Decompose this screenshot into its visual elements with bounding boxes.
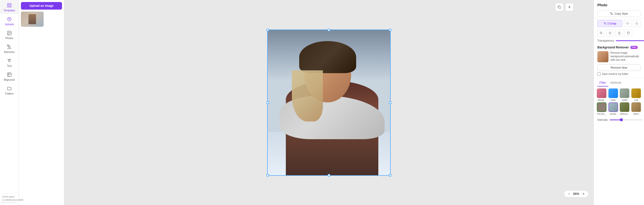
save-result-label: Save result to my folder (602, 73, 628, 75)
filter-solar[interactable]: Solar (608, 89, 619, 101)
filter-label-nordic: Nordic (610, 113, 617, 115)
photo-icon (7, 30, 12, 36)
text-icon (7, 58, 12, 64)
sidebar-item-label: Text (7, 65, 12, 67)
filter-thumb-aftergl (597, 89, 606, 98)
svg-rect-10 (559, 6, 561, 9)
copy-style-label: Copy Style (615, 12, 628, 15)
filter-label-cali: Cali (634, 99, 638, 101)
filter-thumb-solar (608, 89, 618, 98)
copy-style-button[interactable]: Copy Style (597, 11, 640, 17)
attribute-tab[interactable]: Attribute (608, 80, 624, 86)
canvas-content (267, 30, 391, 176)
svg-rect-0 (8, 4, 9, 5)
intensity-row: Intensity 34 (594, 117, 644, 123)
sidebar-item-folders[interactable]: Folders (0, 83, 19, 97)
crop2-icon (599, 31, 603, 35)
svg-rect-8 (7, 45, 9, 46)
sidebar-item-photos[interactable]: Photos (0, 28, 19, 42)
trash-icon (627, 31, 630, 35)
left-sidebar: Templates Uploads Photos (0, 0, 19, 205)
filter-label-theblu: The blu _ (597, 113, 606, 115)
align-icon (608, 31, 612, 35)
uploads-panel: Upload an image (19, 0, 64, 205)
cloud-space-value-row: 12.90MB/1024.00MB (2, 199, 17, 201)
canvas-toolbar (555, 3, 573, 11)
cloud-space-value: 12.90MB/1024.00MB (2, 199, 23, 201)
sidebar-item-uploads[interactable]: Uploads (0, 14, 19, 28)
remove-now-button[interactable]: Remove Now (597, 64, 640, 71)
bg-remover-content: Remove image background automatically wi… (597, 51, 640, 62)
sidebar-item-background[interactable]: Bkground (0, 69, 19, 83)
filter-attr-tabs: Filter Attribute (594, 78, 644, 86)
crop-button[interactable]: 1 Crop (597, 20, 622, 27)
cloud-space-section: Cloud space 12.90MB/1024.00MB (0, 193, 19, 205)
sidebar-item-label: Elements (4, 51, 15, 53)
filter-thumb-whimsi (620, 102, 629, 112)
crop2-button[interactable] (597, 30, 605, 37)
bg-remover-description: Remove image background automatically wi… (610, 51, 640, 62)
copy-style-section: Copy Style (594, 9, 644, 18)
transparency-slider[interactable] (616, 40, 644, 41)
filter-retro[interactable]: Retro (631, 102, 641, 115)
svg-point-6 (8, 32, 9, 33)
filter-thumb-theblu (597, 102, 606, 112)
sidebar-item-label: Templates (4, 9, 15, 12)
zoom-out-button[interactable]: − (567, 192, 571, 196)
flip-v-icon (635, 22, 638, 25)
tool-row-2 (594, 28, 644, 38)
filter-theblu[interactable]: The blu _ (596, 102, 607, 115)
bg-remover-label: Background Remover (597, 46, 629, 49)
align-button[interactable] (606, 30, 614, 37)
filter-whimsi[interactable]: Whimsi... (620, 102, 630, 115)
zoom-value: 66% (573, 192, 579, 196)
filter-aftergl[interactable]: Aftergl... (596, 89, 607, 101)
add-button[interactable] (565, 3, 573, 11)
cloud-space-label: Cloud space (2, 195, 15, 198)
filter-cali[interactable]: Cali (631, 89, 641, 101)
cloud-bar (2, 202, 17, 203)
right-panel-title: Photo (594, 0, 644, 9)
upload-icon (7, 16, 12, 22)
cloud-bar-fill (2, 202, 2, 203)
flip-h-icon (626, 22, 629, 25)
save-result-checkbox[interactable] (597, 72, 601, 76)
upload-thumbnail[interactable] (21, 12, 44, 27)
sidebar-item-text[interactable]: Text (0, 55, 19, 69)
transparency-row: Transparency 100 (594, 38, 644, 44)
filter-thumb-selfie (620, 89, 629, 98)
filter-label-whimsi: Whimsi... (620, 113, 629, 115)
lock-button[interactable] (616, 30, 623, 37)
sidebar-item-templates[interactable]: Templates (0, 0, 19, 14)
filter-thumb-nordic (608, 102, 618, 112)
filter-label-aftergl: Aftergl... (597, 99, 606, 101)
flip-v-button[interactable] (633, 20, 640, 27)
delete-button[interactable] (625, 30, 632, 37)
filter-label-solar: Solar (610, 99, 616, 101)
copy-style-icon (610, 12, 613, 15)
upload-image-button[interactable]: Upload an image (21, 2, 62, 10)
canvas-area: − 66% + (64, 0, 594, 205)
right-panel: Photo Copy Style 1 Crop (594, 0, 644, 205)
bg-remover-header: Background Remover PRO (597, 46, 640, 49)
zoom-control: − 66% + (564, 190, 589, 197)
filter-tab[interactable]: Filter (597, 80, 608, 86)
filter-thumb-retro (631, 102, 641, 112)
zoom-in-button[interactable]: + (581, 192, 586, 196)
intensity-slider[interactable] (610, 120, 642, 120)
svg-rect-3 (10, 6, 11, 7)
crop-label: 1 Crop (607, 22, 616, 25)
filter-selfie[interactable]: Selfie (620, 89, 630, 101)
sidebar-item-elements[interactable]: Elements (0, 42, 19, 55)
shapes-icon (7, 44, 12, 50)
bg-remover-section: Background Remover PRO Remove image back… (594, 44, 644, 78)
duplicate-button[interactable] (555, 3, 563, 11)
svg-rect-1 (10, 4, 11, 5)
filter-thumb-cali (631, 89, 641, 98)
flip-h-button[interactable] (624, 20, 631, 27)
grid-icon (7, 3, 12, 8)
svg-rect-2 (8, 6, 9, 7)
crop-icon (604, 22, 607, 25)
bg-remover-thumbnail (597, 51, 608, 62)
filter-nordic[interactable]: Nordic (608, 102, 619, 115)
